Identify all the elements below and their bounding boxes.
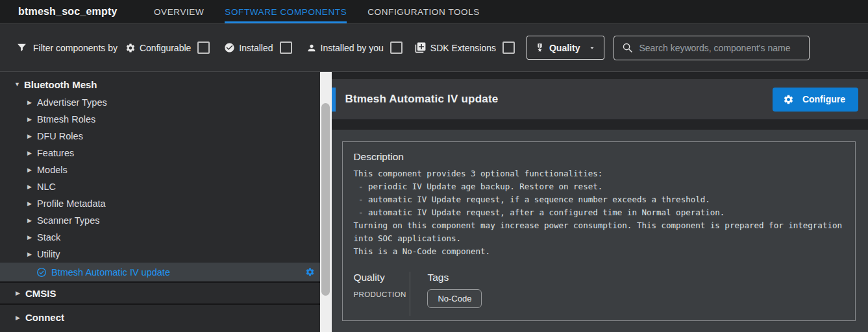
- tree-item-label: DFU Roles: [37, 131, 83, 141]
- configurable-label: Configurable: [140, 43, 191, 53]
- tree-item-btmesh-automatic-iv-update[interactable]: Btmesh Automatic IV update: [0, 263, 320, 281]
- installed-label: Installed: [239, 43, 273, 53]
- tree-item-advertiser-types[interactable]: ▶ Advertiser Types: [0, 94, 320, 111]
- tree-item-nlc[interactable]: ▶ NLC: [0, 178, 320, 195]
- filter-bar-label: Filter components by: [33, 43, 118, 53]
- tree-item-label: Profile Metadata: [37, 198, 106, 209]
- tree-item-connect[interactable]: ▶ Connect: [0, 305, 320, 330]
- tree-item-label: Models: [37, 165, 68, 175]
- tree-item-utility[interactable]: ▶ Utility: [0, 246, 320, 263]
- collapse-arrow-icon[interactable]: ▶: [27, 167, 35, 173]
- installed-by-you-checkbox[interactable]: [390, 42, 403, 54]
- gear-icon: [125, 43, 136, 53]
- tree-item-models[interactable]: ▶ Models: [0, 161, 320, 178]
- tags-section: Tags No-Code: [410, 272, 482, 316]
- component-tree: ▼ Bluetooth Mesh ▶ Advertiser Types ▶ Bt…: [0, 72, 320, 332]
- top-bar: btmesh_soc_empty OVERVIEW SOFTWARE COMPO…: [0, 0, 868, 23]
- description-card: Description This component provides 3 op…: [342, 141, 856, 321]
- tree-item-scanner-types[interactable]: ▶ Scanner Types: [0, 212, 320, 229]
- collapse-arrow-icon[interactable]: ▶: [27, 234, 35, 241]
- tab-software-components[interactable]: SOFTWARE COMPONENTS: [225, 0, 347, 23]
- tab-overview[interactable]: OVERVIEW: [154, 0, 204, 23]
- search-input[interactable]: [639, 43, 802, 53]
- check-circle-outline-icon: [36, 267, 47, 278]
- quality-dropdown-button[interactable]: Quality: [527, 36, 604, 60]
- collapse-arrow-icon[interactable]: ▶: [27, 251, 35, 257]
- configure-gear-icon[interactable]: [305, 267, 315, 277]
- quality-dropdown-label: Quality: [549, 43, 580, 53]
- tree-item-label: Stack: [37, 232, 60, 243]
- detail-header: Btmesh Automatic IV update Configure: [332, 79, 868, 119]
- sdk-extensions-label: SDK Extensions: [430, 43, 496, 53]
- project-title: btmesh_soc_empty: [0, 0, 154, 23]
- meta-section: Quality PRODUCTION Tags No-Code: [353, 272, 842, 316]
- tree-item-label: Scanner Types: [37, 215, 99, 226]
- collapse-arrow-icon[interactable]: ▶: [27, 184, 35, 190]
- tags-heading: Tags: [427, 272, 482, 283]
- quality-section: Quality PRODUCTION: [353, 272, 410, 316]
- tree-item-label: Bluetooth Mesh: [24, 79, 97, 90]
- tab-configuration-tools[interactable]: CONFIGURATION TOOLS: [367, 0, 480, 23]
- quality-value: PRODUCTION: [353, 290, 410, 298]
- collapse-arrow-icon[interactable]: ▶: [27, 217, 35, 224]
- collapse-arrow-icon[interactable]: ▶: [27, 150, 35, 156]
- person-icon: [306, 43, 317, 53]
- collapse-arrow-icon[interactable]: ▶: [27, 116, 35, 123]
- filter-funnel-icon: [16, 42, 27, 53]
- component-title: Btmesh Automatic IV update: [345, 93, 498, 106]
- collapse-arrow-icon[interactable]: ▶: [16, 290, 23, 296]
- filter-sdk-extensions: SDK Extensions: [414, 42, 515, 54]
- tree-item-label: Btmesh Automatic IV update: [51, 267, 170, 278]
- component-detail-panel: Btmesh Automatic IV update Configure Des…: [332, 72, 868, 332]
- library-add-icon: [414, 42, 427, 54]
- collapse-arrow-icon[interactable]: ▶: [27, 99, 35, 106]
- tree-item-profile-metadata[interactable]: ▶ Profile Metadata: [0, 195, 320, 212]
- detail-body: Description This component provides 3 op…: [332, 130, 868, 332]
- search-box: [614, 36, 810, 60]
- accent-bar: [332, 88, 336, 112]
- description-heading: Description: [353, 151, 842, 163]
- tree-item-label: CMSIS: [25, 288, 56, 299]
- filter-installed-by-you: Installed by you: [306, 42, 403, 54]
- collapse-arrow-icon[interactable]: ▶: [27, 133, 35, 139]
- quality-heading: Quality: [353, 272, 410, 283]
- installed-by-you-label: Installed by you: [321, 43, 384, 53]
- tree-item-label: NLC: [37, 182, 56, 192]
- tree-item-label: Btmesh Roles: [37, 114, 95, 124]
- tree-item-label: Connect: [25, 312, 64, 323]
- tree-item-features[interactable]: ▶ Features: [0, 145, 320, 161]
- tree-item-label: Utility: [37, 249, 60, 259]
- configurable-checkbox[interactable]: [197, 42, 210, 54]
- tab-bar: OVERVIEW SOFTWARE COMPONENTS CONFIGURATI…: [154, 0, 480, 23]
- collapse-arrow-icon[interactable]: ▶: [16, 314, 23, 321]
- tag-no-code[interactable]: No-Code: [427, 289, 482, 308]
- main-area: ▼ Bluetooth Mesh ▶ Advertiser Types ▶ Bt…: [0, 72, 868, 332]
- gear-icon: [783, 94, 794, 105]
- tree-item-bluetooth-mesh[interactable]: ▼ Bluetooth Mesh: [0, 75, 320, 94]
- search-icon: [622, 42, 633, 53]
- medal-icon: [535, 43, 545, 53]
- filter-installed: Installed: [224, 42, 291, 54]
- tree-scrollbar[interactable]: [320, 72, 332, 332]
- tree-item-dfu-roles[interactable]: ▶ DFU Roles: [0, 128, 320, 145]
- tree-item-stack[interactable]: ▶ Stack: [0, 229, 320, 246]
- tree-item-label: Features: [37, 148, 74, 158]
- tree-item-label: Advertiser Types: [37, 97, 107, 108]
- detail-gap: [332, 119, 868, 130]
- configure-button-label: Configure: [802, 94, 845, 104]
- description-text: This component provides 3 optional funct…: [353, 167, 842, 258]
- installed-checkbox[interactable]: [280, 42, 292, 54]
- chevron-down-icon: [588, 44, 596, 52]
- tree-item-cmsis[interactable]: ▶ CMSIS: [0, 283, 320, 303]
- filter-configurable: Configurable: [125, 42, 210, 54]
- configure-button[interactable]: Configure: [773, 88, 858, 112]
- sdk-extensions-checkbox[interactable]: [502, 42, 515, 54]
- check-circle-icon: [224, 42, 235, 53]
- tree-item-btmesh-roles[interactable]: ▶ Btmesh Roles: [0, 111, 320, 128]
- filter-bar: Filter components by Configurable Instal…: [0, 23, 868, 72]
- collapse-arrow-icon[interactable]: ▶: [27, 200, 35, 207]
- expand-arrow-icon[interactable]: ▼: [14, 81, 22, 88]
- tree-scrollbar-thumb[interactable]: [321, 103, 330, 296]
